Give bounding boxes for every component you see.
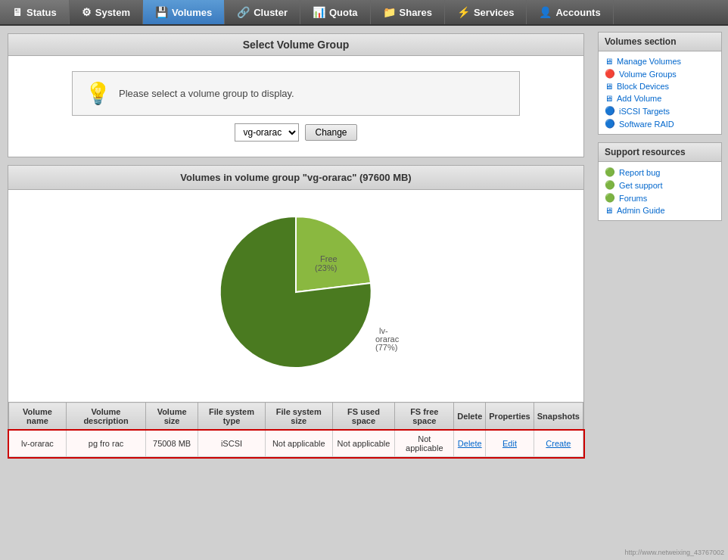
add-volume-icon: 🖥	[605, 94, 613, 103]
pie-chart: Free (23%) lv- orarac (77%)	[182, 198, 409, 387]
accounts-icon: 👤	[539, 6, 552, 18]
sidebar-item-block-devices[interactable]: 🖥 Block Devices	[605, 80, 715, 92]
edit-link[interactable]: Edit	[502, 439, 517, 448]
tab-services[interactable]: ⚡ Services	[445, 0, 527, 24]
table-row: lv-orarac pg fro rac 75008 MB iSCSI Not …	[9, 431, 583, 457]
sidebar-item-software-raid[interactable]: 🔵 Software RAID	[605, 117, 715, 130]
sidebar-item-report-bug[interactable]: 🟢 Report bug	[605, 166, 715, 179]
cell-fs-free: Not applicable	[395, 431, 454, 457]
sidebar-item-volume-groups[interactable]: 🔴 Volume Groups	[605, 67, 715, 80]
col-vol-desc: Volume description	[66, 403, 145, 431]
status-icon: 🖥	[12, 6, 23, 18]
info-message: Please select a volume group to display.	[119, 88, 294, 99]
sidebar-item-admin-guide[interactable]: 🖥 Admin Guide	[605, 204, 715, 216]
content-area: Select Volume Group 💡 Please select a vo…	[0, 26, 592, 473]
volumes-in-vg-panel: Volumes in volume group "vg-orarac" (976…	[8, 165, 584, 458]
col-snapshots: Snapshots	[534, 403, 583, 431]
software-raid-icon: 🔵	[605, 119, 615, 129]
col-fs-free: FS free space	[395, 403, 454, 431]
sidebar-item-get-support[interactable]: 🟢 Get support	[605, 179, 715, 191]
create-link[interactable]: Create	[546, 439, 571, 448]
cell-fs-used: Not applicable	[332, 431, 395, 457]
volumes-table: Volume name Volume description Volume si…	[8, 402, 583, 457]
cell-delete[interactable]: Delete	[454, 431, 486, 457]
table-body: lv-orarac pg fro rac 75008 MB iSCSI Not …	[9, 431, 583, 457]
cluster-icon: 🔗	[237, 6, 250, 18]
tab-shares[interactable]: 📁 Shares	[371, 0, 445, 24]
sidebar-volumes-body: 🖥 Manage Volumes 🔴 Volume Groups 🖥 Block…	[599, 51, 721, 134]
select-volume-panel: Select Volume Group 💡 Please select a vo…	[8, 33, 584, 157]
col-fs-used: FS used space	[332, 403, 395, 431]
col-properties: Properties	[486, 403, 534, 431]
sidebar-support-section: Support resources 🟢 Report bug 🟢 Get sup…	[598, 142, 722, 221]
col-fs-size: File system size	[265, 403, 332, 431]
quota-icon: 📊	[313, 6, 325, 18]
tab-volumes[interactable]: 💾 Volumes	[143, 0, 225, 24]
tab-status[interactable]: 🖥 Status	[0, 0, 70, 24]
info-box: 💡 Please select a volume group to displa…	[72, 71, 520, 116]
tab-cluster[interactable]: 🔗 Cluster	[225, 0, 300, 24]
sidebar-item-forums[interactable]: 🟢 Forums	[605, 191, 715, 204]
delete-link[interactable]: Delete	[458, 439, 482, 448]
report-bug-icon: 🟢	[605, 167, 615, 177]
sidebar-item-iscsi-targets[interactable]: 🔵 iSCSI Targets	[605, 104, 715, 117]
main-layout: Select Volume Group 💡 Please select a vo…	[0, 26, 728, 473]
pie-free-label: Free	[320, 254, 338, 263]
admin-guide-icon: 🖥	[605, 206, 613, 215]
manage-volumes-icon: 🖥	[605, 57, 613, 66]
cell-vol-size: 75008 MB	[146, 431, 198, 457]
pie-free-pct: (23%)	[315, 263, 337, 272]
sidebar-item-add-volume[interactable]: 🖥 Add Volume	[605, 92, 715, 104]
sidebar: Volumes section 🖥 Manage Volumes 🔴 Volum…	[592, 26, 728, 473]
top-navigation: 🖥 Status ⚙ System 💾 Volumes 🔗 Cluster 📊 …	[0, 0, 728, 26]
vg-panel-title: Volumes in volume group "vg-orarac" (976…	[8, 166, 583, 190]
cell-snapshots[interactable]: Create	[534, 431, 583, 457]
col-delete: Delete	[454, 403, 486, 431]
col-vol-name: Volume name	[9, 403, 67, 431]
system-icon: ⚙	[82, 6, 92, 18]
cell-vol-desc: pg fro rac	[66, 431, 145, 457]
get-support-icon: 🟢	[605, 180, 615, 190]
cell-fs-type: iSCSI	[198, 431, 266, 457]
select-volume-body: 💡 Please select a volume group to displa…	[8, 56, 583, 157]
tab-system[interactable]: ⚙ System	[70, 0, 143, 24]
block-devices-icon: 🖥	[605, 82, 613, 91]
sidebar-support-body: 🟢 Report bug 🟢 Get support 🟢 Forums 🖥 Ad…	[599, 162, 721, 220]
tab-accounts[interactable]: 👤 Accounts	[527, 0, 613, 24]
pie-lv-pct: (77%)	[375, 343, 397, 352]
services-icon: ⚡	[457, 6, 470, 18]
cell-fs-size: Not applicable	[265, 431, 332, 457]
volumes-icon: 💾	[155, 6, 168, 18]
sidebar-item-manage-volumes[interactable]: 🖥 Manage Volumes	[605, 55, 715, 67]
tab-quota[interactable]: 📊 Quota	[300, 0, 371, 24]
volume-groups-icon: 🔴	[605, 69, 615, 79]
select-group-row: vg-orarac Change	[16, 123, 576, 142]
select-volume-title: Select Volume Group	[8, 34, 583, 56]
cell-properties[interactable]: Edit	[486, 431, 534, 457]
sidebar-support-title: Support resources	[599, 143, 721, 162]
bulb-icon: 💡	[85, 81, 111, 106]
col-vol-size: Volume size	[146, 403, 198, 431]
table-header: Volume name Volume description Volume si…	[9, 403, 583, 431]
volume-group-select[interactable]: vg-orarac	[235, 123, 299, 142]
chart-area: Free (23%) lv- orarac (77%)	[8, 190, 583, 402]
sidebar-volumes-section: Volumes section 🖥 Manage Volumes 🔴 Volum…	[598, 32, 722, 135]
shares-icon: 📁	[383, 6, 396, 18]
forums-icon: 🟢	[605, 193, 615, 203]
change-button[interactable]: Change	[305, 124, 356, 141]
iscsi-icon: 🔵	[605, 106, 615, 116]
sidebar-volumes-title: Volumes section	[599, 33, 721, 51]
col-fs-type: File system type	[198, 403, 266, 431]
cell-vol-name: lv-orarac	[9, 431, 67, 457]
